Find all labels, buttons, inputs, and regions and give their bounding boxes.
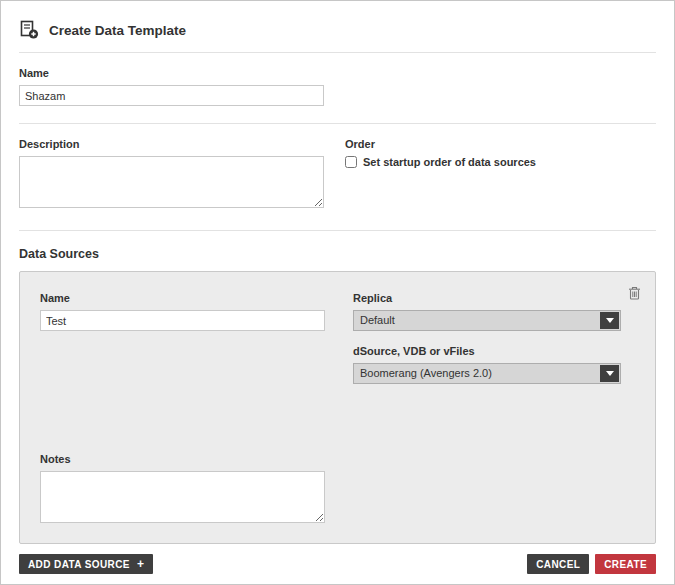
divider [19, 52, 656, 53]
trash-icon [628, 286, 641, 300]
data-source-card: Name Notes Replica Default dSource, VDB … [19, 271, 656, 544]
notes-textarea[interactable] [40, 471, 325, 523]
create-button-label: CREATE [604, 559, 647, 570]
data-sources-heading: Data Sources [19, 247, 656, 261]
replica-selected-value: Default [354, 311, 599, 330]
name-input[interactable] [19, 85, 324, 106]
source-name-input[interactable] [40, 310, 325, 331]
name-label: Name [19, 67, 656, 79]
create-button[interactable]: CREATE [595, 554, 656, 574]
divider [19, 230, 656, 231]
dsource-select[interactable]: Boomerang (Avengers 2.0) [353, 363, 621, 384]
notes-label: Notes [40, 453, 325, 465]
order-label: Order [345, 138, 656, 150]
add-data-source-button[interactable]: ADD DATA SOURCE + [19, 554, 153, 574]
delete-data-source-button[interactable] [626, 284, 643, 302]
startup-order-checkbox-label[interactable]: Set startup order of data sources [363, 156, 536, 168]
action-bar: ADD DATA SOURCE + CANCEL CREATE [19, 554, 656, 574]
replica-label: Replica [353, 292, 621, 304]
replica-select[interactable]: Default [353, 310, 621, 331]
dialog-title: Create Data Template [49, 23, 186, 38]
data-template-plus-icon [19, 20, 40, 40]
description-textarea[interactable] [19, 156, 324, 208]
source-name-label: Name [40, 292, 325, 304]
create-data-template-dialog: Create Data Template Name Description Or… [0, 0, 675, 585]
cancel-button[interactable]: CANCEL [527, 554, 589, 574]
chevron-down-icon [600, 312, 619, 329]
dialog-header: Create Data Template [19, 1, 656, 40]
dsource-label: dSource, VDB or vFiles [353, 345, 621, 357]
description-label: Description [19, 138, 345, 150]
dsource-selected-value: Boomerang (Avengers 2.0) [354, 364, 599, 383]
plus-icon: + [137, 559, 144, 569]
cancel-button-label: CANCEL [536, 559, 580, 570]
startup-order-checkbox[interactable] [345, 156, 357, 168]
chevron-down-icon [600, 365, 619, 382]
add-data-source-label: ADD DATA SOURCE [28, 559, 130, 570]
